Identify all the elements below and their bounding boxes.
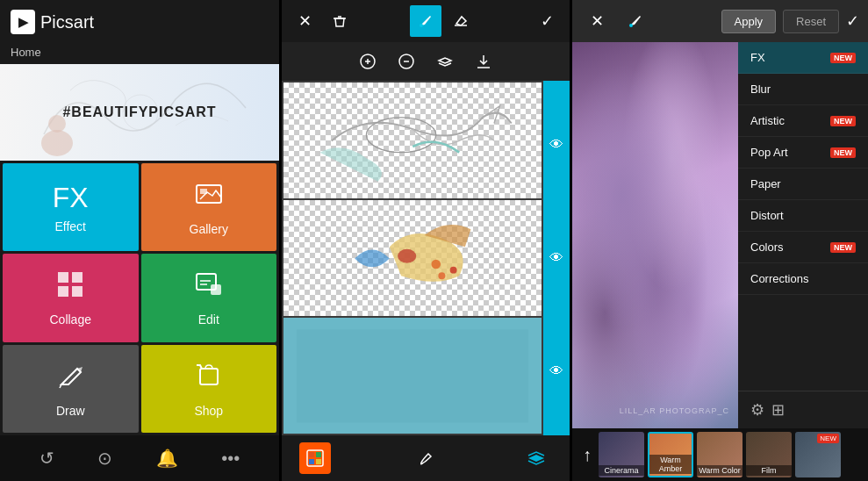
- grid-view-icon[interactable]: ⊞: [771, 400, 785, 420]
- hero-banner: #BEAUTIFYPICSART: [0, 64, 279, 161]
- editor-confirm-button[interactable]: ✓: [531, 5, 563, 37]
- tile-effect[interactable]: FX Effect: [3, 163, 139, 251]
- fx-menu-item-blur[interactable]: Blur: [738, 74, 868, 105]
- fx-menu-label-blur: Blur: [750, 83, 771, 96]
- preset-thumb-extra[interactable]: NEW: [795, 432, 841, 477]
- preset-thumb-warm-amber[interactable]: Warm Amber: [648, 432, 693, 477]
- tile-grid: FX Effect Gallery Collage Edit Draw: [0, 161, 279, 435]
- more-icon[interactable]: •••: [221, 449, 240, 469]
- preset-label-warm-amber: Warm Amber: [649, 455, 692, 474]
- editor-canvas-area: 👁 👁 👁: [282, 81, 570, 435]
- svg-rect-7: [58, 286, 68, 297]
- picsart-logo: ▶ Picsart: [11, 10, 94, 34]
- fx-menu-item-popart[interactable]: Pop Art NEW: [738, 137, 868, 169]
- home-bottom-bar: ↺ ⊙ 🔔 •••: [0, 435, 279, 481]
- tile-draw[interactable]: Draw: [3, 345, 139, 433]
- layer2-visibility-toggle[interactable]: 👁: [549, 250, 563, 266]
- fx-panel: ✕ Apply Reset ✓ LILL_AR PHOTOGRAP_C FX N…: [572, 0, 868, 481]
- layer-stack: [282, 81, 543, 435]
- notification-icon[interactable]: 🔔: [156, 448, 178, 469]
- layer-item-3[interactable]: [283, 318, 542, 434]
- presets-up-button[interactable]: ↑: [579, 445, 595, 465]
- fx-menu-item-fx[interactable]: FX NEW: [738, 42, 868, 74]
- editor-panel: ✕ ✓: [282, 0, 570, 481]
- layer3-visibility-toggle[interactable]: 👁: [549, 363, 563, 379]
- tile-collage[interactable]: Collage: [3, 254, 139, 341]
- tile-shop[interactable]: Shop: [141, 345, 277, 433]
- preset-thumb-cinerama[interactable]: Cinerama: [599, 432, 644, 477]
- draw-label: Draw: [56, 404, 85, 418]
- home-panel: ▶ Picsart Home #BEAUTIFYPICSART FX Effec…: [0, 0, 279, 481]
- editor-tools-row: [282, 42, 570, 81]
- fx-new-badge-colors: NEW: [830, 242, 856, 253]
- home-nav: Home: [0, 44, 279, 64]
- close-button[interactable]: ✕: [289, 5, 320, 37]
- fx-new-badge-popart: NEW: [830, 147, 856, 158]
- layer2-content: [297, 206, 529, 311]
- fx-toolbar-right: Apply Reset ✓: [721, 10, 860, 33]
- fx-toolbar-left: ✕: [581, 5, 651, 37]
- fx-close-button[interactable]: ✕: [581, 5, 613, 37]
- apply-button[interactable]: Apply: [721, 10, 777, 33]
- paint-button[interactable]: [410, 5, 441, 37]
- zoom-in-icon[interactable]: [352, 46, 384, 77]
- fx-menu-label-artistic: Artistic: [750, 114, 785, 127]
- fx-menu-label-colors: Colors: [750, 240, 784, 254]
- draw-icon: [54, 360, 86, 398]
- eraser-button[interactable]: [445, 5, 477, 37]
- fx-menu-item-colors[interactable]: Colors NEW: [738, 232, 868, 263]
- layers-button[interactable]: [520, 442, 552, 474]
- editor-toolbar-center: [410, 5, 477, 37]
- fx-menu-item-distort[interactable]: Distort: [738, 200, 868, 232]
- fx-menu-item-paper[interactable]: Paper: [738, 169, 868, 200]
- fx-menu-item-corrections[interactable]: Corrections: [738, 263, 868, 295]
- tile-edit[interactable]: Edit: [141, 254, 277, 341]
- logo-icon: ▶: [11, 10, 35, 34]
- layer-item-1[interactable]: [283, 83, 542, 198]
- preset-thumb-film[interactable]: Film: [746, 432, 792, 477]
- gallery-icon: [193, 178, 225, 217]
- delete-button[interactable]: [324, 5, 355, 37]
- fx-menu-label-fx: FX: [750, 51, 765, 64]
- svg-rect-27: [297, 329, 529, 422]
- svg-rect-10: [211, 284, 221, 295]
- collage-label: Collage: [50, 312, 91, 327]
- svg-point-22: [366, 118, 435, 153]
- svg-rect-12: [200, 369, 218, 384]
- svg-rect-31: [309, 459, 314, 464]
- svg-point-0: [123, 95, 158, 130]
- preset-thumb-warm-color[interactable]: Warm Color: [697, 432, 742, 477]
- fx-menu-label-popart: Pop Art: [750, 146, 788, 159]
- palette-button[interactable]: [299, 442, 331, 474]
- download-icon[interactable]: [468, 46, 499, 77]
- hero-doodle-svg: [0, 64, 279, 161]
- layers-tool-icon[interactable]: [429, 46, 461, 77]
- hydrangea-image: [572, 42, 738, 428]
- layer3-content: [297, 324, 529, 428]
- logo-symbol: ▶: [18, 15, 28, 29]
- zoom-out-icon[interactable]: [391, 46, 422, 77]
- shop-label: Shop: [194, 404, 223, 418]
- editor-toolbar-right: ✓: [531, 5, 563, 37]
- fx-presets-bar: ↑ Cinerama Warm Amber Warm Color Film NE…: [572, 428, 868, 481]
- svg-rect-6: [72, 272, 82, 283]
- reset-button[interactable]: Reset: [783, 10, 839, 33]
- fx-paint-button[interactable]: [620, 5, 651, 37]
- svg-rect-30: [316, 452, 321, 457]
- tile-gallery[interactable]: Gallery: [141, 163, 277, 251]
- gallery-label: Gallery: [190, 222, 228, 236]
- layer-visibility-panel: 👁 👁 👁: [543, 81, 570, 435]
- refresh-icon[interactable]: ↺: [39, 448, 54, 469]
- editor-bottom-bar: [282, 435, 570, 481]
- fx-menu-item-artistic[interactable]: Artistic NEW: [738, 105, 868, 137]
- layer1-visibility-toggle[interactable]: 👁: [549, 137, 563, 153]
- search-icon[interactable]: ⊙: [97, 448, 112, 469]
- fx-confirm-button[interactable]: ✓: [846, 11, 859, 31]
- brush-button[interactable]: [410, 442, 441, 474]
- svg-point-24: [431, 259, 441, 269]
- fx-settings-row: ⚙ ⊞: [738, 391, 868, 428]
- svg-point-2: [48, 115, 66, 133]
- svg-point-33: [629, 24, 633, 27]
- layer-item-2[interactable]: [283, 200, 542, 316]
- settings-gear-icon[interactable]: ⚙: [750, 400, 764, 420]
